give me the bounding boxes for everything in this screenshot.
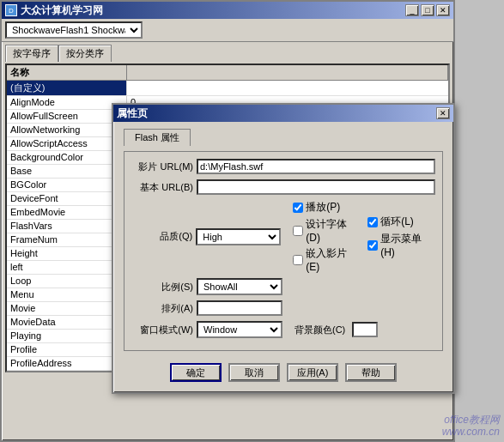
prop-name-cell: FrameNum [7, 233, 127, 246]
prop-name-cell: left [7, 261, 127, 274]
prop-name-cell: Loop [7, 275, 127, 288]
window-mode-label: 窗口模式(W) [131, 324, 193, 336]
ok-button[interactable]: 确定 [170, 363, 222, 382]
props-header: 名称 [7, 65, 448, 81]
watermark: office教程网 www.com.cn [442, 414, 500, 438]
loop-checkbox[interactable] [367, 217, 378, 227]
tab-category[interactable]: 按分类序 [58, 45, 112, 62]
window-mode-select[interactable]: Window Opaque Transparent [197, 321, 282, 338]
prop-name-cell: Base [7, 165, 127, 178]
prop-name-cell: Profile [7, 343, 127, 356]
prop-name-cell: EmbedMovie [7, 206, 127, 219]
play-checkbox-row: 播放(P) [293, 200, 361, 215]
show-menu-label: 显示菜单(H) [380, 232, 435, 258]
prop-name-cell: ProfileAddress [7, 357, 127, 370]
show-menu-checkbox-row: 显示菜单(H) [367, 232, 435, 258]
movie-url-input[interactable] [197, 159, 435, 174]
col-name-header: 名称 [7, 65, 127, 80]
dialog-content: 影片 URL(M) 基本 URL(B) 品质(Q) High Medium Lo… [124, 151, 443, 351]
prop-name-cell: MovieData [7, 316, 127, 329]
embed-movie-label: 嵌入影片(E) [306, 246, 361, 273]
quality-label: 品质(Q) [131, 230, 192, 243]
flash-instance-select[interactable]: ShockwaveFlash1 ShockwaveFlash [5, 21, 143, 39]
window-mode-row: 窗口模式(W) Window Opaque Transparent 背景颜色(C… [131, 321, 435, 338]
show-menu-checkbox[interactable] [367, 240, 378, 251]
loop-checkbox-row: 循环(L) [367, 215, 435, 229]
tab-alphabetical[interactable]: 按字母序 [5, 45, 58, 62]
prop-name-cell: Playing [7, 330, 127, 342]
play-checkbox[interactable] [293, 203, 303, 213]
quality-select[interactable]: High Medium Low AutoHigh AutoLow [196, 228, 281, 245]
app-icon: D [5, 4, 17, 16]
prop-name-cell: Movie [7, 302, 127, 315]
dialog-title-bar: 属性页 ✕ [113, 105, 453, 122]
loop-label: 循环(L) [380, 215, 414, 229]
tab-row: 按字母序 按分类序 [2, 42, 453, 62]
play-label: 播放(P) [306, 200, 340, 215]
prop-name-cell: BGColor [7, 179, 127, 191]
dialog-close-button[interactable]: ✕ [436, 107, 450, 119]
col-value-header [127, 65, 448, 80]
prop-name-cell: AlignMode [7, 96, 127, 109]
prop-name-cell: BackgroundColor [7, 151, 127, 164]
movie-url-label: 影片 URL(M) [131, 160, 193, 173]
bg-color-label: 背景颜色(C) [295, 324, 345, 336]
dialog-tab-row: Flash 属性 [124, 129, 443, 146]
close-button[interactable]: ✕ [436, 4, 450, 16]
prop-name-cell: (自定义) [7, 81, 127, 95]
scale-select[interactable]: ShowAll NoBorder ExactFit [197, 278, 282, 295]
quality-row: 品质(Q) High Medium Low AutoHigh AutoLow 播… [131, 200, 435, 273]
prop-value-cell [127, 81, 448, 95]
prop-name-cell: Height [7, 247, 127, 260]
align-input[interactable] [197, 300, 282, 316]
prop-name-cell: ProfilePort [7, 371, 127, 372]
dialog-body: Flash 属性 影片 URL(M) 基本 URL(B) 品质(Q) High … [113, 122, 453, 392]
prop-name-cell: AllowNetworking [7, 124, 127, 136]
cancel-button[interactable]: 取消 [228, 363, 280, 382]
scale-row: 比例(S) ShowAll NoBorder ExactFit [131, 278, 435, 295]
embed-movie-checkbox-row: 嵌入影片(E) [293, 246, 361, 273]
window-controls: _ □ ✕ [405, 4, 450, 16]
table-row[interactable]: (自定义) [7, 81, 448, 96]
apply-button[interactable]: 应用(A) [287, 363, 338, 382]
window-title: 大众计算机学习网 [21, 3, 103, 18]
movie-url-row: 影片 URL(M) [131, 159, 435, 174]
prop-name-cell: AllowFullScreen [7, 110, 127, 123]
base-url-label: 基本 URL(B) [131, 181, 193, 194]
prop-name-cell: AllowScriptAccess [7, 137, 127, 150]
design-font-checkbox-row: 设计字体(D) [293, 217, 361, 244]
properties-dialog: 属性页 ✕ Flash 属性 影片 URL(M) 基本 URL(B) 品质(Q) [112, 103, 455, 394]
title-bar: D 大众计算机学习网 _ □ ✕ [2, 2, 453, 19]
dialog-tab-flash[interactable]: Flash 属性 [124, 129, 191, 146]
prop-name-cell: Menu [7, 288, 127, 301]
base-url-row: 基本 URL(B) [131, 179, 435, 195]
scale-label: 比例(S) [131, 281, 193, 294]
help-button[interactable]: 帮助 [345, 363, 397, 382]
base-url-input[interactable] [197, 179, 435, 195]
bg-color-picker[interactable] [352, 322, 378, 337]
minimize-button[interactable]: _ [405, 4, 419, 16]
align-row: 排列(A) [131, 300, 435, 316]
maximize-button[interactable]: □ [421, 4, 434, 16]
design-font-label: 设计字体(D) [306, 217, 361, 244]
design-font-checkbox[interactable] [293, 226, 303, 236]
toolbar: ShockwaveFlash1 ShockwaveFlash [2, 19, 453, 42]
dialog-title-text: 属性页 [117, 106, 148, 121]
align-label: 排列(A) [131, 302, 193, 315]
embed-movie-checkbox[interactable] [293, 255, 303, 265]
prop-name-cell: DeviceFont [7, 192, 127, 205]
prop-name-cell: FlashVars [7, 220, 127, 233]
dialog-controls: ✕ [436, 107, 450, 119]
dialog-buttons: 确定 取消 应用(A) 帮助 [124, 360, 443, 385]
